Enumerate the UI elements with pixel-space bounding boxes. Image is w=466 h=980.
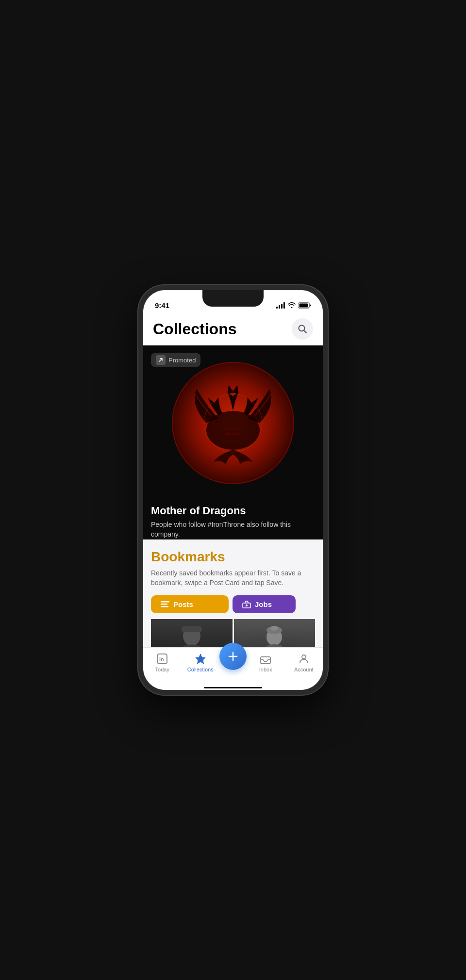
promoted-label: Promoted: [168, 357, 196, 364]
scroll-content: Promoted Mother of Dragons People who fo…: [143, 345, 323, 647]
tab-today[interactable]: in Today: [143, 653, 182, 672]
dragon-art: [143, 345, 323, 501]
posts-tab-label: Posts: [173, 600, 193, 608]
account-label: Account: [294, 667, 314, 672]
tab-collections[interactable]: Collections: [182, 653, 220, 672]
person-image-1: [151, 619, 233, 647]
status-time: 9:41: [155, 301, 169, 310]
search-button[interactable]: [292, 318, 313, 340]
card-description: People who follow #IronThrone also follo…: [151, 520, 315, 539]
svg-rect-1: [300, 303, 308, 307]
person-image-2: [234, 619, 316, 647]
inbox-svg-icon: [260, 653, 271, 665]
svg-rect-7: [161, 601, 169, 603]
posts-tab[interactable]: Posts: [151, 595, 229, 613]
today-label: Today: [155, 667, 169, 672]
inbox-icon: [259, 653, 272, 665]
person-silhouette-2: [255, 621, 294, 647]
card-content: Mother of Dragons People who follow #Iro…: [143, 501, 323, 539]
person-icon: [298, 653, 310, 665]
person-silhouette-1: [172, 621, 211, 647]
svg-point-17: [270, 626, 278, 631]
svg-line-3: [304, 330, 306, 333]
promoted-card: Promoted Mother of Dragons People who fo…: [143, 345, 323, 539]
svg-text:in: in: [159, 656, 164, 662]
collections-label: Collections: [187, 667, 214, 672]
category-tabs: Posts Jobs: [151, 595, 315, 613]
signal-icon: [276, 302, 285, 309]
bookmarks-description: Recently saved bookmarks appear first. T…: [151, 569, 315, 588]
collections-icon: [194, 653, 207, 665]
app-header: Collections: [143, 314, 323, 345]
battery-icon: [299, 302, 311, 309]
svg-point-24: [302, 655, 306, 659]
svg-rect-23: [261, 657, 270, 664]
bookmarks-title: Bookmarks: [151, 549, 315, 565]
svg-rect-8: [161, 604, 167, 605]
promoted-badge: Promoted: [151, 353, 200, 367]
svg-rect-9: [161, 606, 168, 607]
linkedin-icon: in: [156, 653, 168, 665]
tab-account[interactable]: Account: [285, 653, 323, 672]
add-button[interactable]: [219, 643, 247, 670]
search-icon: [298, 325, 307, 333]
thumb-item-2: [234, 619, 316, 647]
jobs-icon: [242, 601, 251, 608]
plus-icon: [227, 651, 239, 662]
svg-point-11: [246, 604, 248, 606]
jobs-tab-label: Jobs: [255, 600, 272, 608]
today-icon: in: [156, 653, 168, 665]
promoted-icon: [156, 355, 166, 365]
dragon-logo: [170, 360, 296, 486]
tab-bar: in Today Collections: [143, 647, 323, 687]
home-indicator: [143, 687, 323, 690]
jobs-tab[interactable]: Jobs: [233, 595, 296, 613]
account-icon: [298, 653, 310, 665]
wifi-icon: [288, 302, 296, 308]
thumb-item-1: [151, 619, 233, 647]
posts-icon: [161, 601, 169, 608]
svg-marker-20: [196, 654, 205, 664]
bookmarks-section: Bookmarks Recently saved bookmarks appea…: [143, 539, 323, 647]
tab-inbox[interactable]: Inbox: [247, 653, 285, 672]
tab-add[interactable]: [219, 653, 247, 670]
inbox-label: Inbox: [259, 667, 272, 672]
page-title: Collections: [153, 320, 236, 338]
arrow-up-right-icon: [158, 357, 164, 363]
card-title: Mother of Dragons: [151, 505, 315, 517]
svg-rect-14: [182, 626, 201, 632]
star-icon: [195, 653, 206, 665]
status-icons: [276, 302, 311, 309]
